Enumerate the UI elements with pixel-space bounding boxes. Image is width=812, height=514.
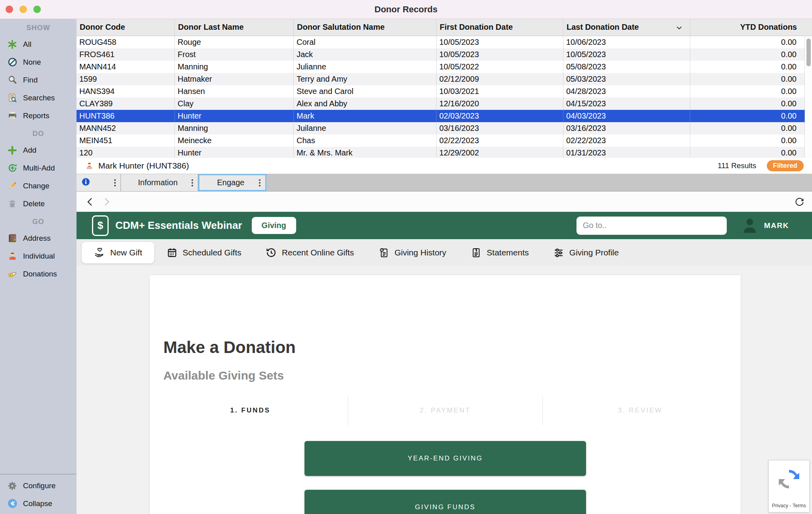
goto-input[interactable]	[576, 217, 727, 235]
table-cell[interactable]: 02/03/2023	[436, 110, 563, 122]
table-cell[interactable]: 0.00	[690, 98, 804, 110]
table-cell[interactable]: HANS394	[77, 85, 174, 98]
table-row[interactable]: MANN452ManningJuilanne03/16/202303/16/20…	[77, 122, 805, 134]
table-cell[interactable]: Julianne	[293, 61, 436, 73]
table-row[interactable]: HANS394HansenSteve and Carol10/03/202104…	[77, 85, 805, 98]
column-header-first-donation[interactable]: First Donation Date	[436, 19, 563, 36]
giving-nav-button[interactable]: Giving	[252, 217, 296, 234]
table-cell[interactable]: Frost	[174, 48, 293, 61]
year-end-giving-button[interactable]: YEAR-END GIVING	[304, 441, 586, 476]
table-cell[interactable]: 03/16/2023	[436, 122, 563, 134]
sidebar-item-none[interactable]: None	[0, 53, 77, 71]
tab-new-gift[interactable]: New Gift	[82, 242, 154, 263]
table-cell[interactable]: 02/12/2009	[436, 73, 563, 85]
table-cell[interactable]: 05/08/2023	[563, 61, 690, 73]
table-cell[interactable]: 0.00	[690, 85, 804, 98]
table-cell[interactable]: Steve and Carol	[293, 85, 436, 98]
table-cell[interactable]: 1599	[77, 73, 174, 85]
table-cell[interactable]: 02/22/2023	[436, 134, 563, 147]
column-header-donor-code[interactable]: Donor Code	[77, 19, 174, 36]
column-header-ytd[interactable]: YTD Donations	[690, 19, 812, 36]
username-label[interactable]: MARK	[764, 221, 789, 230]
table-cell[interactable]: 04/03/2023	[563, 110, 690, 122]
table-cell[interactable]: 12/16/2020	[436, 98, 563, 110]
sidebar-item-collapse[interactable]: Collapse	[0, 495, 77, 512]
table-row[interactable]: CLAY389ClayAlex and Abby12/16/202004/15/…	[77, 98, 805, 110]
table-cell[interactable]: 04/28/2023	[563, 85, 690, 98]
table-cell[interactable]: Jack	[293, 48, 436, 61]
table-cell[interactable]: 0.00	[690, 48, 804, 61]
table-cell[interactable]: MEIN451	[77, 134, 174, 147]
table-cell[interactable]: 0.00	[690, 134, 804, 147]
table-cell[interactable]: 0.00	[690, 110, 804, 122]
table-cell[interactable]: Mr. & Mrs. Mark	[293, 147, 436, 158]
table-cell[interactable]: CLAY389	[77, 98, 174, 110]
table-cell[interactable]: MANN452	[77, 122, 174, 134]
sidebar-item-individual[interactable]: Individual	[0, 247, 77, 265]
column-header-last-donation[interactable]: Last Donation Date	[563, 19, 690, 36]
table-row[interactable]: ROUG458RougeCoral10/05/202310/06/20230.0…	[77, 36, 805, 48]
tab-menu-dots-icon[interactable]	[192, 182, 193, 184]
table-cell[interactable]: Meinecke	[174, 134, 293, 147]
table-row[interactable]: MEIN451MeineckeChas02/22/202302/22/20230…	[77, 134, 805, 147]
table-cell[interactable]: 10/05/2023	[436, 36, 563, 48]
sidebar-item-add[interactable]: Add	[0, 141, 77, 159]
sidebar-item-delete[interactable]: Delete	[0, 195, 77, 213]
table-cell[interactable]: Manning	[174, 122, 293, 134]
tab-recent-online-gifts[interactable]: Recent Online Gifts	[253, 242, 366, 263]
sidebar-item-address[interactable]: Address	[0, 229, 77, 247]
table-cell[interactable]: 01/31/2023	[563, 147, 690, 158]
table-scrollbar[interactable]	[805, 36, 812, 158]
table-cell[interactable]: 10/05/2023	[436, 48, 563, 61]
table-cell[interactable]: 12/29/2002	[436, 147, 563, 158]
sidebar-item-all[interactable]: All	[0, 35, 77, 53]
table-cell[interactable]: 120	[77, 147, 174, 158]
column-header-last-name[interactable]: Donor Last Name	[174, 19, 293, 36]
table-cell[interactable]: Juilanne	[293, 122, 436, 134]
sidebar-item-change[interactable]: Change	[0, 177, 77, 195]
scrollbar-thumb[interactable]	[806, 38, 811, 66]
table-cell[interactable]: FROS461	[77, 48, 174, 61]
sidebar-item-multi-add[interactable]: Multi-Add	[0, 159, 77, 177]
tab-engage[interactable]: Engage	[198, 174, 266, 191]
table-cell[interactable]: Chas	[293, 134, 436, 147]
table-cell[interactable]: 03/16/2023	[563, 122, 690, 134]
table-cell[interactable]: Mark	[293, 110, 436, 122]
table-row[interactable]: FROS461FrostJack10/05/202310/05/20230.00	[77, 48, 805, 61]
column-header-salutation[interactable]: Donor Salutation Name	[293, 19, 436, 36]
table-cell[interactable]: 10/05/2022	[436, 61, 563, 73]
table-cell[interactable]: 10/03/2021	[436, 85, 563, 98]
table-cell[interactable]: 0.00	[690, 122, 804, 134]
table-cell[interactable]: ROUG458	[77, 36, 174, 48]
sidebar-item-find[interactable]: Find	[0, 71, 77, 89]
sidebar-item-reports[interactable]: Reports	[0, 107, 77, 125]
table-cell[interactable]: Hunter	[174, 110, 293, 122]
table-cell[interactable]: Clay	[174, 98, 293, 110]
table-cell[interactable]: 10/06/2023	[563, 36, 690, 48]
table-cell[interactable]: HUNT386	[77, 110, 174, 122]
tab-scheduled-gifts[interactable]: Scheduled Gifts	[154, 242, 253, 263]
user-avatar-icon[interactable]	[741, 216, 758, 235]
sidebar-item-configure[interactable]: Configure	[0, 477, 77, 495]
tab-info[interactable]	[77, 174, 121, 191]
table-row[interactable]: HUNT386HunterMark02/03/202304/03/20230.0…	[77, 110, 805, 122]
table-cell[interactable]: Manning	[174, 61, 293, 73]
tab-information[interactable]: Information	[121, 174, 198, 191]
recaptcha-badge[interactable]: Privacy - Terms	[768, 460, 810, 512]
table-cell[interactable]: Hatmaker	[174, 73, 293, 85]
table-cell[interactable]: 0.00	[690, 61, 804, 73]
recaptcha-privacy-terms[interactable]: Privacy - Terms	[772, 503, 806, 508]
table-cell[interactable]: Hunter	[174, 147, 293, 158]
table-cell[interactable]: 0.00	[690, 36, 804, 48]
table-cell[interactable]: 05/03/2023	[563, 73, 690, 85]
table-row[interactable]: 120HunterMr. & Mrs. Mark12/29/200201/31/…	[77, 147, 805, 158]
giving-funds-button[interactable]: GIVING FUNDS	[304, 490, 586, 514]
tab-giving-history[interactable]: Giving History	[366, 242, 458, 263]
table-cell[interactable]: 04/15/2023	[563, 98, 690, 110]
table-cell[interactable]: 02/22/2023	[563, 134, 690, 147]
refresh-icon[interactable]	[794, 196, 805, 207]
table-cell[interactable]: 0.00	[690, 73, 804, 85]
table-cell[interactable]: 0.00	[690, 147, 804, 158]
table-cell[interactable]: Terry and Amy	[293, 73, 436, 85]
table-row[interactable]: MANN414ManningJulianne10/05/202205/08/20…	[77, 61, 805, 73]
